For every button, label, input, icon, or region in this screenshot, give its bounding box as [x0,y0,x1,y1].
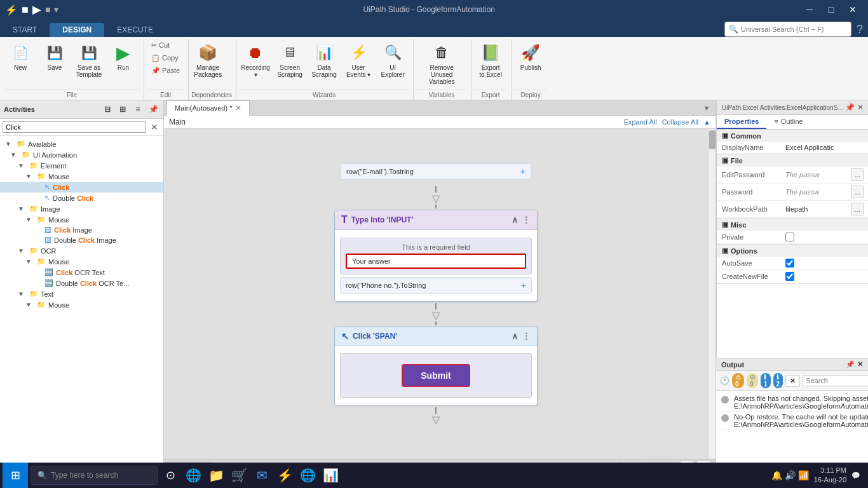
maximize-button[interactable]: □ [821,3,841,16]
remove-unused-button[interactable]: 🗑 Remove UnusedVariables [416,39,467,88]
output-close[interactable]: ✕ [857,360,863,369]
canvas-tab-close[interactable]: ✕ [235,104,241,112]
start-button[interactable]: ⊞ [3,463,28,488]
tree-item-click-ocr-text[interactable]: 🔤 Click OCR Text [0,267,163,278]
search-input[interactable] [741,25,843,33]
prop-section-options-header[interactable]: ▣ Options [717,245,868,257]
tab-execute[interactable]: EXECUTE [104,23,166,37]
createnewfile-checkbox[interactable] [785,272,794,281]
taskbar-chrome[interactable]: 🌐 [297,465,318,485]
prop-tab-properties[interactable]: Properties [717,115,766,129]
main-area: Activities ⊟ ⊞ ≡ 📌 ✕ ▼ 📁 Available ▼ 📁 [0,100,868,475]
ribbon-group-variables: 🗑 Remove UnusedVariables Variables [415,39,471,100]
tree-item-available[interactable]: ▼ 📁 Available [0,139,163,149]
prop-section-misc-header[interactable]: ▣ Misc [717,219,868,231]
prop-section-common: ▣ Common DisplayName Excel Applicatic [717,130,868,154]
autosave-checkbox[interactable] [785,259,794,268]
tree-item-double-click-image[interactable]: 🖼 Double Click Image [0,235,163,245]
tree-item-double-click-ocr[interactable]: 🔤 Double Click OCR Te... [0,278,163,288]
type-into-collapse[interactable]: ∧ [512,215,518,225]
activities-search-clear[interactable]: ✕ [148,122,161,132]
cut-button[interactable]: ✂ Cut [147,39,184,51]
prop-close[interactable]: ✕ [857,103,864,112]
new-button[interactable]: 📄 New [4,39,37,80]
taskbar-store[interactable]: 🛒 [229,465,249,485]
phone-field[interactable]: row("Phone no.").ToString + [340,277,532,294]
email-field-add[interactable]: + [520,166,526,177]
user-events-button[interactable]: ⚡ UserEvents ▾ [342,39,375,81]
paste-button[interactable]: 📌 Paste [147,65,184,77]
ui-explorer-button[interactable]: 🔍 UIExplorer [376,39,409,81]
taskbar-search[interactable]: 🔍 Type here to search [31,466,158,485]
recording-button[interactable]: ⏺ Recording▾ [239,39,272,81]
expand-all-button[interactable]: Expand All [624,118,657,126]
output-pin[interactable]: 📌 [846,360,855,369]
volume-icon[interactable]: 🔊 [785,470,796,480]
minimize-button[interactable]: ─ [799,3,820,16]
network-icon[interactable]: 📶 [798,470,809,480]
canvas-scrollbar[interactable] [708,129,715,459]
workbookpath-ellipsis[interactable]: … [851,203,864,215]
activities-collapse-btn[interactable]: ⊟ [101,103,114,116]
help-button[interactable]: ? [857,23,863,36]
tree-item-click-image[interactable]: 🖼 Click Image [0,225,163,235]
submit-button-preview[interactable]: Submit [402,364,470,387]
output-clear-button[interactable]: ✕ [785,375,800,387]
prop-section-common-header[interactable]: ▣ Common [717,130,868,142]
universal-search[interactable]: 🔍 [724,22,851,37]
prop-section-file-header[interactable]: ▣ File [717,154,868,166]
activities-list-btn[interactable]: ≡ [132,103,144,116]
tree-item-element[interactable]: ▼ 📁 Element [0,160,163,171]
copy-button[interactable]: 📋 Copy [147,52,184,64]
taskbar-edge[interactable]: 🌐 [183,465,203,485]
save-template-icon: 💾 [79,43,99,63]
tree-item-ocr-mouse[interactable]: ▼ 📁 Mouse [0,256,163,267]
tree-item-mouse[interactable]: ▼ 📁 Mouse [0,171,163,182]
email-field[interactable]: row("E-mail").Tostring + [341,163,531,180]
notification-center-icon[interactable]: 💬 [851,471,860,480]
tree-item-double-click[interactable]: ↖ Double Click [0,193,163,203]
close-button[interactable]: ✕ [843,3,863,16]
manage-packages-button[interactable]: 📦 ManagePackages [191,39,224,81]
taskbar-excel[interactable]: 📊 [320,465,341,485]
tree-item-image[interactable]: ▼ 📁 Image [0,203,163,214]
tab-start[interactable]: START [0,23,50,37]
tree-item-ocr[interactable]: ▼ 📁 OCR [0,245,163,256]
collapse-all-button[interactable]: Collapse All [662,118,698,126]
private-checkbox[interactable] [785,233,794,241]
tab-design[interactable]: DESIGN [50,23,104,37]
publish-button[interactable]: 🚀 Publish [514,39,547,80]
phone-field-add[interactable]: + [521,280,526,290]
tree-item-text[interactable]: ▼ 📁 Text [0,288,163,299]
save-button[interactable]: 💾 Save [38,39,71,80]
taskbar-cortana[interactable]: ⊙ [160,465,180,485]
save-template-button[interactable]: 💾 Save asTemplate [72,39,105,81]
run-button[interactable]: ▶ Run [107,39,140,80]
click-span-menu[interactable]: ⋮ [522,331,531,341]
taskbar-mail[interactable]: ✉ [252,465,272,485]
prop-pin[interactable]: 📌 [845,103,855,112]
canvas-tab-dropdown[interactable]: ▾ [700,102,713,114]
activities-pin-btn[interactable]: 📌 [147,103,159,116]
data-scraping-button[interactable]: 📊 DataScraping [308,39,341,81]
taskbar-explorer[interactable]: 📁 [206,465,226,485]
tree-item-text-mouse[interactable]: ▼ 📁 Mouse [0,299,163,310]
prop-tab-outline[interactable]: ≡ Outline [766,115,810,129]
tree-item-image-mouse[interactable]: ▼ 📁 Mouse [0,214,163,225]
tree-item-ui-automation[interactable]: ▼ 📁 UI Automation [0,149,163,160]
canvas-tab-main[interactable]: Main(Autosaved) * ✕ [166,100,250,116]
activities-expand-btn[interactable]: ⊞ [116,103,129,116]
output-search-input[interactable] [803,375,868,386]
connector-3: ▽ [432,407,440,426]
notification-icon[interactable]: 🔔 [771,470,782,480]
canvas-scroll-up[interactable]: ▲ [703,118,710,126]
click-span-collapse[interactable]: ∧ [512,331,518,341]
password-ellipsis[interactable]: … [851,186,864,198]
editpassword-ellipsis[interactable]: … [851,168,864,181]
activities-search-input[interactable] [3,121,146,133]
taskbar-uipath[interactable]: ⚡ [275,465,295,485]
screen-scraping-button[interactable]: 🖥 ScreenScraping [273,39,306,81]
type-into-menu[interactable]: ⋮ [522,215,531,225]
export-excel-button[interactable]: 📗 Exportto Excel [474,39,507,81]
tree-item-click[interactable]: ↖ Click [0,182,163,193]
